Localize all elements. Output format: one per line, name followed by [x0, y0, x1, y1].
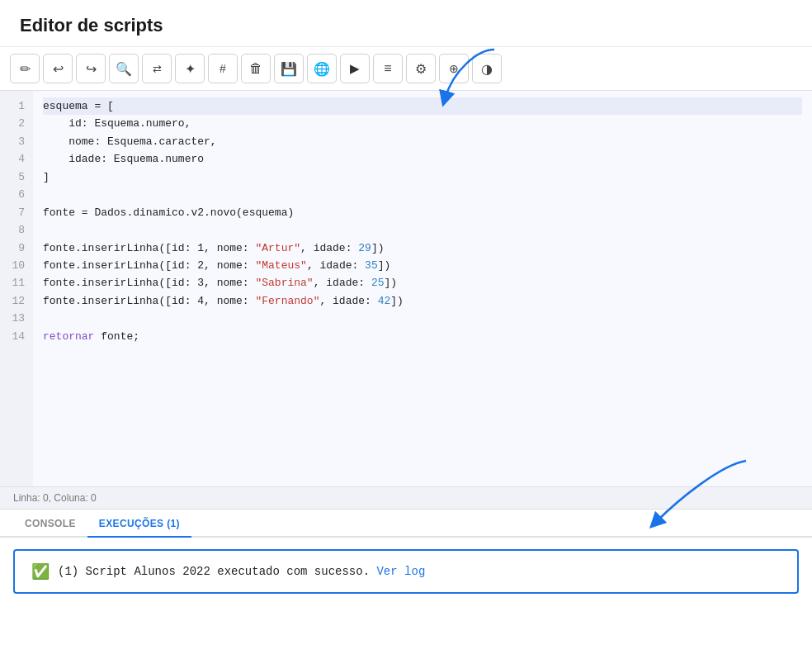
magic-button[interactable]: ✦ [175, 54, 205, 83]
tab-console[interactable]: CONSOLE [13, 510, 87, 538]
code-line-13 [43, 310, 802, 327]
contrast-icon: ◑ [481, 61, 493, 77]
search-icon: 🔍 [116, 61, 132, 77]
line-num-3: 3 [0, 133, 33, 150]
trash-icon: 🗑 [249, 61, 262, 76]
ver-log-link[interactable]: Ver log [376, 565, 425, 578]
code-line-10: fonte.inserirLinha([id: 2, nome: "Mateus… [43, 257, 802, 274]
code-line-11: fonte.inserirLinha([id: 3, nome: "Sabrin… [43, 274, 802, 292]
network-button[interactable]: ⊕ [439, 54, 469, 83]
line-num-1: 1 [0, 97, 33, 115]
code-line-7: fonte = Dados.dinamico.v2.novo(esquema) [43, 204, 802, 221]
line-numbers: 1 2 3 4 5 6 7 8 9 10 11 12 13 14 [0, 91, 33, 486]
code-line-8 [43, 221, 802, 239]
editor-area[interactable]: 1 2 3 4 5 6 7 8 9 10 11 12 13 14 esquema… [0, 91, 812, 487]
network-icon: ⊕ [449, 62, 459, 75]
undo-icon: ↩ [53, 61, 64, 77]
edit-icon: ✏ [20, 61, 31, 77]
globe-icon: 🌐 [314, 61, 330, 77]
save-icon: 💾 [281, 61, 297, 77]
cursor-position: Linha: 0, Coluna: 0 [13, 492, 97, 504]
contrast-button[interactable]: ◑ [472, 54, 502, 83]
line-num-9: 9 [0, 239, 33, 257]
settings-icon: ⚙ [415, 61, 427, 77]
console-tabs: CONSOLE EXECUÇÕES (1) [0, 510, 812, 538]
page-title: Editor de scripts [20, 15, 792, 36]
console-area: CONSOLE EXECUÇÕES (1) ✅ (1) Script Aluno… [0, 510, 812, 605]
code-line-3: nome: Esquema.caracter, [43, 133, 802, 150]
save-button[interactable]: 💾 [274, 54, 304, 83]
redo-icon: ↪ [86, 61, 97, 77]
line-num-4: 4 [0, 150, 33, 168]
magic-icon: ✦ [185, 61, 196, 77]
tab-execucoes[interactable]: EXECUÇÕES (1) [87, 510, 191, 538]
list-icon: ≡ [384, 61, 391, 76]
line-num-8: 8 [0, 221, 33, 239]
line-num-11: 11 [0, 274, 33, 292]
undo-button[interactable]: ↩ [43, 54, 73, 83]
redo-button[interactable]: ↪ [76, 54, 106, 83]
line-num-14: 14 [0, 328, 33, 345]
code-line-9: fonte.inserirLinha([id: 1, nome: "Artur"… [43, 239, 802, 257]
code-line-12: fonte.inserirLinha([id: 4, nome: "Fernan… [43, 292, 802, 310]
code-line-14: retornar fonte; [43, 328, 802, 345]
execution-text: (1) Script Alunos 2022 executado com suc… [58, 565, 425, 578]
search-replace-icon: ⇄ [153, 63, 162, 75]
execution-message: ✅ (1) Script Alunos 2022 executado com s… [13, 549, 799, 594]
code-line-1: esquema = [ [43, 97, 802, 115]
code-line-4: idade: Esquema.numero [43, 150, 802, 168]
app-container: Editor de scripts ✏ ↩ ↪ 🔍 ⇄ ✦ # 🗑 💾 [0, 0, 812, 605]
console-body: ✅ (1) Script Alunos 2022 executado com s… [0, 538, 812, 605]
page-header: Editor de scripts [0, 0, 812, 47]
settings-button[interactable]: ⚙ [406, 54, 436, 83]
globe-button[interactable]: 🌐 [307, 54, 337, 83]
line-num-13: 13 [0, 310, 33, 327]
line-num-12: 12 [0, 292, 33, 310]
list-button[interactable]: ≡ [373, 54, 403, 83]
check-icon: ✅ [31, 562, 50, 581]
toolbar: ✏ ↩ ↪ 🔍 ⇄ ✦ # 🗑 💾 🌐 ▶ [0, 47, 812, 91]
trash-button[interactable]: 🗑 [241, 54, 271, 83]
edit-button[interactable]: ✏ [10, 54, 40, 83]
search-replace-button[interactable]: ⇄ [142, 54, 172, 83]
code-line-5: ] [43, 168, 802, 186]
code-line-6 [43, 186, 802, 203]
code-content[interactable]: esquema = [ id: Esquema.numero, nome: Es… [33, 91, 812, 486]
code-line-2: id: Esquema.numero, [43, 115, 802, 132]
line-num-7: 7 [0, 204, 33, 221]
line-num-10: 10 [0, 257, 33, 274]
status-bar: Linha: 0, Coluna: 0 [0, 487, 812, 510]
line-num-6: 6 [0, 186, 33, 203]
play-icon: ▶ [350, 61, 360, 76]
line-num-2: 2 [0, 115, 33, 132]
run-button[interactable]: ▶ [340, 54, 370, 83]
hash-icon: # [220, 62, 226, 75]
search-button[interactable]: 🔍 [109, 54, 139, 83]
hash-button[interactable]: # [208, 54, 238, 83]
line-num-5: 5 [0, 168, 33, 186]
